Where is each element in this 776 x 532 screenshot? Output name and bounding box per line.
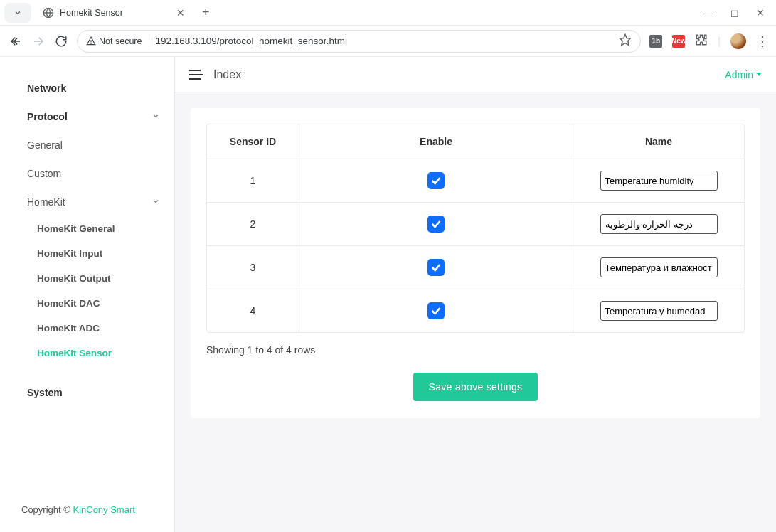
sidebar-sub-homekit-adc[interactable]: HomeKit ADC bbox=[37, 316, 160, 341]
enable-checkbox[interactable] bbox=[427, 259, 445, 276]
brand-link[interactable]: KinCony Smart bbox=[73, 504, 134, 515]
page-title: Index bbox=[213, 68, 241, 81]
back-button[interactable] bbox=[9, 35, 23, 48]
caret-down-icon bbox=[756, 73, 762, 76]
name-input[interactable] bbox=[600, 214, 718, 234]
sidebar-item-custom[interactable]: Custom bbox=[27, 159, 160, 188]
sidebar-item-general[interactable]: General bbox=[27, 131, 160, 159]
svg-point-5 bbox=[91, 43, 92, 43]
sidebar-sub-homekit-dac[interactable]: HomeKit DAC bbox=[37, 291, 160, 316]
copyright: Copyright © KinCony Smart bbox=[21, 491, 160, 522]
url-text: 192.168.3.109/protocol_homekit_sensor.ht… bbox=[155, 36, 346, 46]
table-row: 1 bbox=[207, 159, 744, 203]
profile-avatar[interactable] bbox=[730, 33, 746, 49]
admin-dropdown[interactable]: Admin bbox=[725, 69, 762, 80]
svg-marker-6 bbox=[620, 35, 631, 46]
name-input[interactable] bbox=[600, 257, 718, 277]
extensions-puzzle-icon[interactable] bbox=[695, 33, 708, 48]
address-bar[interactable]: Not secure 192.168.3.109/protocol_homeki… bbox=[77, 30, 641, 53]
tab-title: Homekit Sensor bbox=[60, 8, 169, 18]
warning-icon bbox=[86, 36, 96, 46]
forward-button[interactable] bbox=[31, 35, 46, 48]
sidebar-sub-homekit-general[interactable]: HomeKit General bbox=[37, 216, 160, 241]
extension-icon[interactable]: 1b bbox=[649, 35, 662, 48]
maximize-icon[interactable]: ◻ bbox=[730, 7, 739, 18]
sensor-id-cell: 4 bbox=[207, 289, 299, 332]
sidebar-item-network[interactable]: Network bbox=[27, 74, 160, 102]
table-row: 4 bbox=[207, 289, 744, 332]
bookmark-star-icon[interactable] bbox=[619, 33, 632, 48]
col-sensor-id: Sensor ID bbox=[207, 124, 299, 159]
sensor-id-cell: 1 bbox=[207, 159, 299, 203]
col-enable: Enable bbox=[299, 124, 573, 159]
name-input[interactable] bbox=[600, 301, 718, 321]
new-tab-button[interactable]: + bbox=[202, 5, 210, 20]
table-row: 2 bbox=[207, 203, 744, 246]
sensor-id-cell: 2 bbox=[207, 203, 299, 246]
enable-checkbox[interactable] bbox=[427, 216, 445, 233]
security-status[interactable]: Not secure bbox=[86, 36, 149, 46]
menu-toggle-icon[interactable] bbox=[189, 69, 203, 80]
sidebar-sub-homekit-input[interactable]: HomeKit Input bbox=[37, 241, 160, 266]
minimize-icon[interactable]: — bbox=[703, 7, 713, 18]
save-button[interactable]: Save above settings bbox=[413, 373, 538, 401]
sidebar-item-system[interactable]: System bbox=[27, 378, 160, 407]
globe-icon bbox=[43, 7, 54, 18]
sensor-id-cell: 3 bbox=[207, 246, 299, 289]
col-name: Name bbox=[573, 124, 744, 159]
sidebar: Network Protocol General Custom HomeKit … bbox=[4, 57, 175, 532]
tab-dropdown[interactable] bbox=[4, 3, 31, 23]
sidebar-item-homekit[interactable]: HomeKit bbox=[27, 188, 160, 216]
sidebar-sub-homekit-output[interactable]: HomeKit Output bbox=[37, 266, 160, 291]
enable-checkbox[interactable] bbox=[427, 302, 445, 319]
chevron-down-icon bbox=[152, 111, 160, 122]
rows-info: Showing 1 to 4 of 4 rows bbox=[206, 344, 745, 356]
window-close-icon[interactable]: ✕ bbox=[756, 7, 765, 18]
close-icon[interactable]: ✕ bbox=[176, 7, 185, 18]
name-input[interactable] bbox=[600, 171, 718, 191]
extension-new-icon[interactable]: New bbox=[672, 35, 685, 48]
sidebar-sub-homekit-sensor[interactable]: HomeKit Sensor bbox=[37, 341, 160, 366]
kebab-menu-icon[interactable]: ⋮ bbox=[756, 33, 767, 49]
table-row: 3 bbox=[207, 246, 744, 289]
enable-checkbox[interactable] bbox=[427, 172, 445, 189]
topbar: Index Admin bbox=[175, 57, 776, 92]
sensor-table: Sensor ID Enable Name 1 2 bbox=[206, 124, 745, 333]
reload-button[interactable] bbox=[54, 35, 68, 48]
browser-tab[interactable]: Homekit Sensor ✕ bbox=[36, 1, 192, 25]
separator: | bbox=[718, 36, 721, 47]
sidebar-item-protocol[interactable]: Protocol bbox=[27, 102, 160, 131]
chevron-down-icon bbox=[152, 196, 160, 208]
